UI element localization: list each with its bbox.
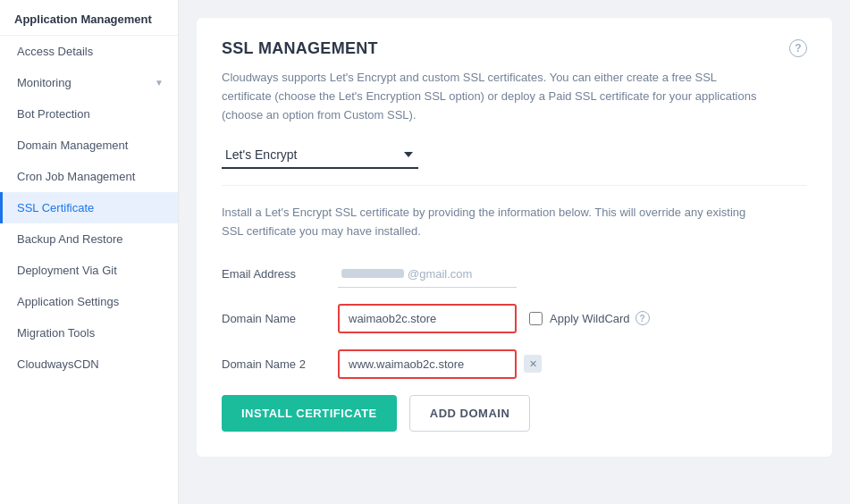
install-description: Install a Let's Encrypt SSL certificate … [222, 204, 758, 241]
card-description: Cloudways supports Let's Encrypt and cus… [222, 69, 758, 124]
domain-name-2-row: Domain Name 2 ✕ [222, 349, 807, 379]
install-certificate-button[interactable]: INSTALL CERTIFICATE [222, 395, 397, 432]
sidebar-item-application-settings[interactable]: Application Settings [0, 286, 178, 317]
sidebar-item-cron-job-management[interactable]: Cron Job Management [0, 161, 178, 192]
wildcard-wrapper: Apply WildCard ? [529, 311, 650, 325]
add-domain-button[interactable]: ADD DOMAIN [409, 395, 531, 432]
sidebar-item-label: SSL Certificate [17, 201, 94, 214]
sidebar-item-backup-restore[interactable]: Backup And Restore [0, 223, 178, 255]
sidebar-item-label: Migration Tools [17, 326, 95, 340]
ssl-type-dropdown-wrapper: Let's Encrypt Custom SSL [222, 142, 807, 169]
domain2-label: Domain Name 2 [222, 357, 338, 371]
sidebar-item-access-details[interactable]: Access Details [0, 36, 178, 67]
wildcard-label: Apply WildCard [550, 312, 630, 325]
main-content: SSL MANAGEMENT ? Cloudways supports Let'… [179, 0, 850, 504]
ssl-management-card: SSL MANAGEMENT ? Cloudways supports Let'… [197, 18, 832, 457]
email-label: Email Address [222, 267, 338, 281]
sidebar-item-label: Backup And Restore [17, 232, 123, 246]
email-row: Email Address @gmail.com [222, 261, 807, 288]
page-title: SSL MANAGEMENT [222, 39, 378, 58]
sidebar-item-domain-management[interactable]: Domain Management [0, 130, 178, 161]
domain-name-row: Domain Name Apply WildCard ? [222, 304, 807, 333]
sidebar-item-label: Cron Job Management [17, 170, 135, 183]
card-header: SSL MANAGEMENT ? [222, 39, 807, 58]
sidebar-item-migration-tools[interactable]: Migration Tools [0, 317, 178, 349]
domain-name-2-input[interactable] [338, 349, 517, 379]
chevron-down-icon: ▼ [155, 78, 164, 88]
sidebar-item-ssl-certificate[interactable]: SSL Certificate [0, 192, 178, 223]
ssl-type-dropdown[interactable]: Let's Encrypt Custom SSL [222, 142, 418, 169]
button-row: INSTALL CERTIFICATE ADD DOMAIN [222, 395, 807, 432]
help-icon[interactable]: ? [789, 39, 807, 57]
sidebar-item-label: Domain Management [17, 139, 128, 152]
divider [222, 185, 807, 186]
sidebar-item-label: Deployment Via Git [17, 264, 117, 277]
sidebar-title: Application Management [0, 0, 178, 36]
sidebar-item-label: Bot Protection [17, 107, 90, 121]
wildcard-checkbox[interactable] [529, 312, 543, 325]
domain-name-input[interactable] [338, 304, 517, 333]
sidebar-item-label: Access Details [17, 45, 93, 58]
sidebar-item-monitoring[interactable]: Monitoring ▼ [0, 67, 178, 98]
sidebar: Application Management Access Details Mo… [0, 0, 179, 504]
email-blur-dots [341, 269, 404, 278]
clear-domain2-icon[interactable]: ✕ [524, 355, 542, 373]
email-display: @gmail.com [338, 261, 517, 288]
sidebar-item-label: Application Settings [17, 295, 119, 308]
sidebar-item-deployment-git[interactable]: Deployment Via Git [0, 255, 178, 286]
sidebar-item-cloudways-cdn[interactable]: CloudwaysCDN [0, 349, 178, 380]
domain-label: Domain Name [222, 312, 338, 325]
domain2-wrapper: ✕ [338, 349, 542, 379]
sidebar-item-label: CloudwaysCDN [17, 357, 99, 371]
wildcard-info-icon[interactable]: ? [635, 311, 650, 325]
sidebar-item-bot-protection[interactable]: Bot Protection [0, 98, 178, 130]
email-domain: @gmail.com [408, 267, 472, 281]
sidebar-item-label: Monitoring [17, 76, 72, 89]
